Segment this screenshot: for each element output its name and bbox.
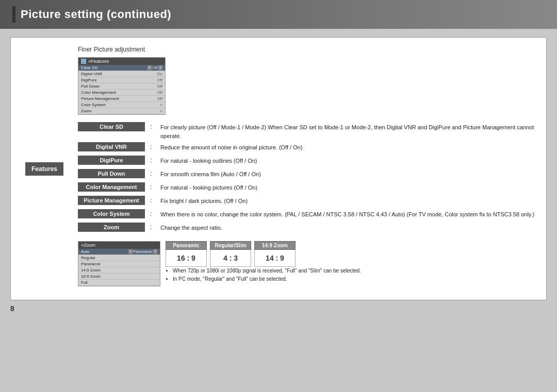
zoom-options-and-notes: Panoramic16 : 9Regular/Slim4 : 314:9 Zoo…	[166, 241, 361, 283]
feature-label: Color Management	[78, 182, 145, 192]
feature-label: Digital VNR	[78, 142, 145, 151]
feature-description: For natural - looking pictures (Off / On…	[160, 182, 536, 192]
zoom-option: Panoramic16 : 9	[166, 241, 207, 267]
feature-row: Picture Management:Fix bright / dark pic…	[78, 196, 536, 207]
sidebar-label: Features	[25, 162, 63, 176]
mini-ui-rows: Clear SD<Off>Digital VNROnDigiPureOffPul…	[78, 65, 165, 114]
mini-ui-row: Digital VNROn	[78, 71, 165, 77]
feature-colon: :	[150, 169, 155, 177]
feature-row: Color System:When there is no color, cha…	[78, 209, 536, 220]
finer-section-title: Finer Picture adjustment	[78, 46, 536, 53]
zoom-mini-row: Full	[78, 280, 160, 286]
feature-label: Clear SD	[78, 122, 145, 131]
feature-colon: :	[150, 182, 155, 191]
feature-rows: Clear SD:For clearly picture (Off / Mode…	[78, 122, 536, 234]
zoom-option: 14:9 Zoom14 : 9	[254, 241, 296, 267]
mini-ui-features: »Features Clear SD<Off>Digital VNROnDigi…	[78, 57, 166, 115]
page-title: Picture setting (continued)	[21, 8, 171, 21]
zoom-mini-row: Regular	[78, 255, 160, 261]
mini-ui-row: Pull DownOff	[78, 83, 165, 90]
mini-ui-icon	[81, 59, 86, 64]
zoom-mini-rows: Auto<Panoramic>RegularPanoramic14:9 Zoom…	[78, 249, 160, 286]
zoom-mini-row: 14:9 Zoom	[78, 267, 160, 274]
feature-label: Zoom	[78, 223, 145, 232]
zoom-option: Regular/Slim4 : 3	[210, 241, 251, 267]
mini-ui-row: Clear SD<Off>	[78, 65, 165, 71]
feature-description: For clearly picture (Off / Mode-1 / Mode…	[160, 122, 536, 140]
zoom-mini-row: Auto<Panoramic>	[78, 249, 160, 255]
header-accent	[12, 6, 15, 23]
feature-row: DigiPure:For natural - looking outlines …	[78, 156, 536, 167]
zoom-mini-ui: »Zoom Auto<Panoramic>RegularPanoramic14:…	[78, 241, 160, 286]
feature-colon: :	[150, 142, 155, 150]
zoom-option-label: 14:9 Zoom	[254, 241, 296, 250]
zoom-notes-list: When 720p or 1080i or 1080p signal is re…	[166, 267, 361, 283]
right-panel: Finer Picture adjustment »Features Clear…	[78, 46, 536, 292]
mini-ui-row: Color ManagementOff	[78, 90, 165, 96]
page-header: Picture setting (continued)	[0, 0, 557, 29]
mini-ui-row: DigiPureOff	[78, 77, 165, 83]
feature-label: Color System	[78, 209, 145, 218]
feature-description: For natural - looking outlines (Off / On…	[160, 156, 536, 165]
content-box: Features Finer Picture adjustment »Featu…	[10, 37, 547, 300]
feature-label: Picture Management	[78, 196, 145, 205]
zoom-section: »Zoom Auto<Panoramic>RegularPanoramic14:…	[78, 241, 536, 292]
zoom-option-label: Regular/Slim	[210, 241, 251, 250]
feature-label: Pull Down	[78, 169, 145, 178]
zoom-note-item: In PC mode, "Regular" and "Full" can be …	[173, 275, 361, 283]
feature-colon: :	[150, 122, 155, 130]
zoom-notes: When 720p or 1080i or 1080p signal is re…	[166, 267, 361, 283]
main-content: Features Finer Picture adjustment »Featu…	[0, 29, 557, 321]
feature-description: Change the aspect ratio.	[160, 223, 536, 232]
mini-ui-row: Zoom>	[78, 108, 165, 114]
zoom-note-item: When 720p or 1080i or 1080p signal is re…	[173, 267, 361, 275]
zoom-option-value: 14 : 9	[254, 250, 296, 267]
feature-description: When there is no color, change the color…	[160, 209, 536, 219]
feature-colon: :	[150, 223, 155, 231]
mini-ui-title-text: »Features	[88, 59, 109, 64]
zoom-option-label: Panoramic	[166, 241, 207, 250]
page-number: 8	[10, 300, 547, 313]
feature-colon: :	[150, 156, 155, 164]
sidebar: Features	[21, 46, 68, 292]
zoom-mini-title: »Zoom	[78, 242, 160, 249]
feature-colon: :	[150, 196, 155, 204]
feature-row: Pull Down:For smooth cinema film (Auto /…	[78, 169, 536, 180]
zoom-option-value: 4 : 3	[210, 250, 251, 267]
feature-row: Clear SD:For clearly picture (Off / Mode…	[78, 122, 536, 140]
feature-label: DigiPure	[78, 156, 145, 165]
zoom-content: »Zoom Auto<Panoramic>RegularPanoramic14:…	[78, 241, 536, 292]
mini-ui-row: Picture ManagementOff	[78, 96, 165, 102]
feature-row: Digital VNR:Reduce the amount of noise i…	[78, 142, 536, 154]
zoom-mini-row: Panoramic	[78, 261, 160, 267]
zoom-mini-row: 16:9 Zoom	[78, 274, 160, 280]
zoom-option-value: 16 : 9	[166, 250, 207, 267]
feature-description: Fix bright / dark pictures. (Off / On)	[160, 196, 536, 206]
feature-colon: :	[150, 209, 155, 217]
feature-description: For smooth cinema film (Auto / Off / On)	[160, 169, 536, 179]
feature-row: Color Management:For natural - looking p…	[78, 182, 536, 194]
feature-row: Zoom:Change the aspect ratio.	[78, 223, 536, 234]
zoom-options: Panoramic16 : 9Regular/Slim4 : 314:9 Zoo…	[166, 241, 361, 267]
mini-ui-row: Color System>	[78, 102, 165, 108]
feature-description: Reduce the amount of noise in original p…	[160, 142, 536, 152]
mini-ui-title: »Features	[78, 58, 165, 65]
